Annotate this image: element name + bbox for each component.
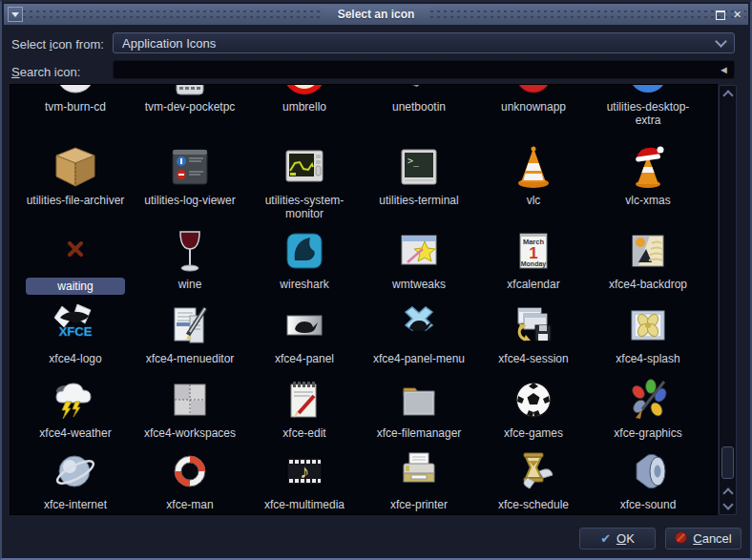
icon-grid-item-label: xfce-filemanager: [377, 426, 462, 440]
xfce-games-icon: [511, 377, 556, 423]
xfce-sound-icon: [625, 448, 671, 494]
icon-grid-item-label: utilities-file-archiver: [27, 194, 125, 207]
xfce4-backdrop-icon: [625, 228, 671, 274]
icon-grid-item-label: utilities-system-monitor: [251, 194, 358, 220]
icon-grid-item-xfce4-menueditor[interactable]: xfce4-menueditor: [133, 302, 247, 365]
icon-grid-item-label: xfce4-session: [498, 352, 568, 365]
icon-grid-item-xfce4-workspaces[interactable]: xfce4-workspaces: [133, 377, 247, 440]
vlc-xmas-icon: [625, 144, 671, 190]
icon-grid-item-label: xfce-internet: [44, 498, 107, 511]
utilities-file-archiver-icon: [52, 144, 98, 190]
icon-grid-item-utilities-desktop-extra[interactable]: utilities-desktop-extra: [591, 84, 705, 127]
window-menu-button[interactable]: [8, 7, 23, 22]
icon-grid-item-xfce4-panel[interactable]: xfce4-panel: [247, 302, 362, 365]
icon-grid-item-unetbootin[interactable]: unetbootin: [362, 84, 476, 127]
cancel-button-label: Cancel: [693, 531, 731, 546]
icon-grid-item-label: xfce4-logo: [49, 352, 101, 365]
vertical-scrollbar[interactable]: [719, 85, 737, 515]
xfce-printer-icon: [396, 448, 442, 494]
icon-grid-item-label: tvm-dev-pocketpc: [145, 100, 236, 114]
unknownapp-icon: [511, 84, 556, 96]
icon-grid-item-tvm-burn-cd[interactable]: tvm-burn-cd: [18, 84, 133, 127]
icon-grid-item-label: xfce-sound: [620, 498, 677, 511]
icon-grid-item-utilities-terminal[interactable]: >_utilities-terminal: [362, 144, 476, 220]
xfce4-workspaces-icon: [167, 377, 213, 423]
maximize-button[interactable]: [713, 8, 727, 22]
icon-grid-row: tvm-burn-cdtvm-dev-pocketpcumbrellounetb…: [18, 84, 705, 127]
icon-grid-item-label: xfce4-menueditor: [146, 352, 235, 365]
icon-grid-item-umbrello[interactable]: umbrello: [247, 84, 362, 127]
icon-grid-item-label: wireshark: [280, 278, 328, 291]
icon-grid-item-label: xfce4-backdrop: [609, 278, 687, 291]
icon-grid-item-utilities-system-monitor[interactable]: utilities-system-monitor: [247, 144, 362, 220]
icon-grid-item-xfce4-backdrop[interactable]: xfce4-backdrop: [591, 228, 705, 295]
icon-grid-item-xfce4-logo[interactable]: XFCExfce4-logo: [18, 302, 133, 365]
xfce4-panel-icon: [282, 302, 327, 348]
waiting-icon: [52, 228, 98, 274]
icon-grid-item-xfce-schedule[interactable]: xfce-schedule: [476, 448, 591, 511]
utilities-system-monitor-icon: [282, 144, 327, 190]
icon-grid-item-xfcalendar[interactable]: March1Mondayxfcalendar: [476, 228, 591, 295]
icon-grid-item-vlc[interactable]: vlc: [476, 144, 591, 220]
icon-grid-item-xfce4-panel-menu[interactable]: xfce4-panel-menu: [362, 302, 476, 365]
icon-grid-item-label: xfce-man: [166, 498, 213, 511]
umbrello-icon: [282, 84, 327, 96]
utilities-desktop-extra-icon: [625, 84, 671, 96]
svg-text:>_: >_: [407, 156, 420, 167]
icon-grid-item-xfce-multimedia[interactable]: ♪xfce-multimedia: [247, 448, 362, 511]
vlc-icon: [511, 144, 556, 190]
icon-grid-item-xfce4-splash[interactable]: xfce4-splash: [591, 302, 705, 365]
icon-grid-item-utilities-file-archiver[interactable]: utilities-file-archiver: [18, 144, 133, 220]
search-input[interactable]: [118, 62, 719, 78]
icon-grid-item-xfce-printer[interactable]: xfce-printer: [362, 448, 476, 511]
icon-grid: tvm-burn-cdtvm-dev-pocketpcumbrellounetb…: [10, 84, 718, 515]
icon-grid-item-xfce4-session[interactable]: xfce4-session: [476, 302, 591, 365]
icon-grid-item-xfce-edit[interactable]: xfce-edit: [247, 377, 362, 440]
icon-grid-row: XFCExfce4-logoxfce4-menueditorxfce4-pane…: [18, 302, 705, 365]
icon-grid-item-vlc-xmas[interactable]: vlc-xmas: [591, 144, 705, 220]
icon-grid-item-unknownapp[interactable]: unknownapp: [476, 84, 591, 127]
chevron-down-icon: [715, 35, 727, 48]
scroll-down-button[interactable]: [720, 499, 736, 513]
icon-source-combobox[interactable]: Application Icons: [113, 32, 735, 53]
ok-button-label: OK: [616, 531, 635, 546]
xfce-filemanager-icon: [396, 377, 442, 423]
icon-grid-item-label: utilities-log-viewer: [144, 194, 235, 207]
icon-grid-item-label: unetbootin: [392, 100, 446, 114]
scrollbar-thumb[interactable]: [721, 446, 734, 479]
icon-grid-item-label: vlc: [527, 194, 541, 207]
icon-grid-item-label: xfce-printer: [390, 498, 448, 511]
cancel-button[interactable]: Cancel: [665, 528, 742, 550]
icon-grid-item-label: xfcalendar: [507, 278, 559, 291]
titlebar[interactable]: Select an icon ✕: [4, 4, 748, 25]
svg-text:XFCE: XFCE: [59, 324, 93, 339]
search-field-wrap: ◄: [113, 60, 735, 79]
maximize-icon: [716, 10, 725, 20]
icon-grid-item-waiting[interactable]: waiting: [18, 228, 133, 295]
close-button[interactable]: ✕: [730, 8, 744, 22]
ok-button[interactable]: ✔ OK: [579, 528, 656, 550]
icon-grid-item-xfce-man[interactable]: xfce-man: [133, 448, 247, 511]
icon-grid-item-xfce-graphics[interactable]: xfce-graphics: [591, 377, 705, 440]
icon-grid-item-xfce-internet[interactable]: xfce-internet: [18, 448, 133, 511]
icon-grid-item-xfce4-weather[interactable]: xfce4-weather: [18, 377, 133, 440]
icon-grid-item-label: xfce4-weather: [39, 426, 111, 440]
icon-grid-item-xfce-sound[interactable]: xfce-sound: [591, 448, 705, 511]
clear-search-icon[interactable]: ◄: [719, 65, 729, 75]
scroll-up-button[interactable]: [720, 87, 736, 101]
icon-grid-item-wmtweaks[interactable]: wmtweaks: [362, 228, 476, 295]
chevron-up-icon: [722, 90, 733, 100]
icon-grid-item-wine[interactable]: wine: [133, 228, 247, 295]
icon-grid-row: waitingwinewiresharkwmtweaksMarch1Monday…: [18, 228, 705, 295]
icon-grid-item-wireshark[interactable]: wireshark: [247, 228, 362, 295]
xfce-internet-icon: [52, 448, 98, 494]
icon-grid-item-label: xfce4-workspaces: [144, 426, 236, 440]
icon-grid-item-xfce-filemanager[interactable]: xfce-filemanager: [362, 377, 476, 440]
icon-grid-item-tvm-dev-pocketpc[interactable]: tvm-dev-pocketpc: [133, 84, 247, 127]
svg-text:Monday: Monday: [521, 260, 547, 268]
icon-grid-item-label: xfce-schedule: [498, 498, 569, 511]
scroll-up-button-bottom[interactable]: [720, 485, 736, 499]
icon-grid-item-utilities-log-viewer[interactable]: utilities-log-viewer: [133, 144, 247, 220]
xfce4-panel-menu-icon: [396, 302, 442, 348]
icon-grid-item-xfce-games[interactable]: xfce-games: [476, 377, 591, 440]
